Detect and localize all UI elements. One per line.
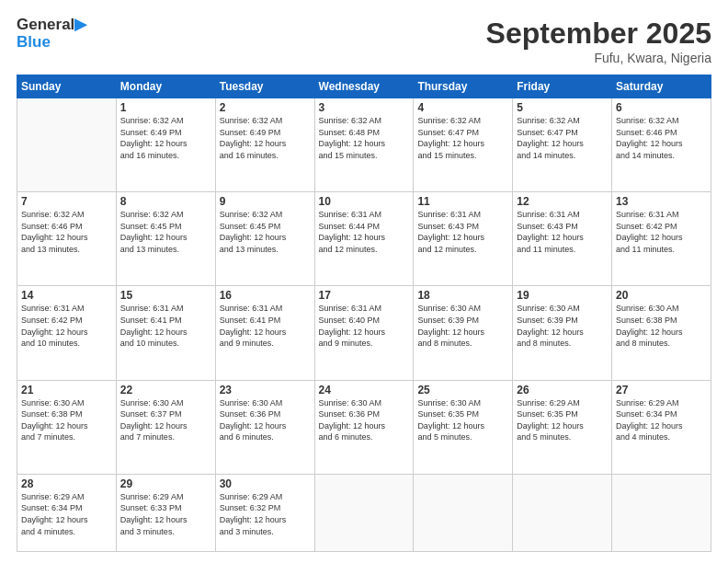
logo-general: General▶: [17, 17, 86, 34]
day-cell: [414, 474, 513, 551]
title-block: September 2025 Fufu, Kwara, Nigeria: [486, 17, 711, 65]
day-cell: [513, 474, 612, 551]
day-cell: 26Sunrise: 6:29 AM Sunset: 6:35 PM Dayli…: [513, 380, 612, 474]
week-row-2: 14Sunrise: 6:31 AM Sunset: 6:42 PM Dayli…: [17, 286, 711, 380]
day-cell: 25Sunrise: 6:30 AM Sunset: 6:35 PM Dayli…: [414, 380, 513, 474]
day-info: Sunrise: 6:30 AM Sunset: 6:39 PM Dayligh…: [517, 303, 608, 349]
day-info: Sunrise: 6:32 AM Sunset: 6:45 PM Dayligh…: [120, 209, 211, 255]
day-number: 21: [21, 384, 112, 396]
day-cell: [17, 98, 117, 192]
day-cell: 7Sunrise: 6:32 AM Sunset: 6:46 PM Daylig…: [17, 192, 117, 286]
day-cell: 12Sunrise: 6:31 AM Sunset: 6:43 PM Dayli…: [513, 192, 612, 286]
day-number: 23: [220, 384, 311, 396]
day-info: Sunrise: 6:32 AM Sunset: 6:48 PM Dayligh…: [319, 115, 410, 161]
day-info: Sunrise: 6:30 AM Sunset: 6:35 PM Dayligh…: [417, 397, 508, 443]
day-number: 14: [21, 289, 112, 302]
week-row-0: 1Sunrise: 6:32 AM Sunset: 6:49 PM Daylig…: [17, 98, 711, 192]
day-info: Sunrise: 6:30 AM Sunset: 6:36 PM Dayligh…: [220, 397, 311, 443]
day-number: 1: [120, 101, 211, 114]
day-cell: 5Sunrise: 6:32 AM Sunset: 6:47 PM Daylig…: [513, 98, 612, 192]
day-cell: 6Sunrise: 6:32 AM Sunset: 6:46 PM Daylig…: [612, 98, 711, 192]
day-info: Sunrise: 6:31 AM Sunset: 6:43 PM Dayligh…: [417, 209, 508, 255]
day-number: 30: [220, 477, 311, 490]
day-cell: 11Sunrise: 6:31 AM Sunset: 6:43 PM Dayli…: [414, 192, 513, 286]
day-info: Sunrise: 6:32 AM Sunset: 6:49 PM Dayligh…: [120, 115, 211, 161]
day-info: Sunrise: 6:32 AM Sunset: 6:47 PM Dayligh…: [517, 115, 608, 161]
day-cell: 10Sunrise: 6:31 AM Sunset: 6:44 PM Dayli…: [314, 192, 414, 286]
day-info: Sunrise: 6:29 AM Sunset: 6:35 PM Dayligh…: [517, 397, 608, 443]
day-cell: [612, 474, 711, 551]
day-cell: 3Sunrise: 6:32 AM Sunset: 6:48 PM Daylig…: [314, 98, 414, 192]
day-number: 17: [319, 289, 410, 302]
day-info: Sunrise: 6:31 AM Sunset: 6:42 PM Dayligh…: [616, 209, 707, 255]
day-number: 2: [220, 101, 311, 114]
col-wednesday: Wednesday: [314, 75, 414, 98]
day-cell: 13Sunrise: 6:31 AM Sunset: 6:42 PM Dayli…: [612, 192, 711, 286]
day-number: 26: [517, 384, 608, 396]
col-sunday: Sunday: [17, 75, 117, 98]
col-friday: Friday: [513, 75, 612, 98]
day-cell: 1Sunrise: 6:32 AM Sunset: 6:49 PM Daylig…: [116, 98, 215, 192]
day-info: Sunrise: 6:29 AM Sunset: 6:34 PM Dayligh…: [616, 397, 707, 443]
day-info: Sunrise: 6:32 AM Sunset: 6:46 PM Dayligh…: [616, 115, 707, 161]
day-number: 8: [120, 195, 211, 208]
logo-blue: Blue: [17, 34, 86, 52]
day-info: Sunrise: 6:29 AM Sunset: 6:33 PM Dayligh…: [120, 491, 211, 537]
day-cell: [314, 474, 414, 551]
day-number: 7: [21, 195, 112, 208]
day-info: Sunrise: 6:32 AM Sunset: 6:46 PM Dayligh…: [21, 209, 112, 255]
day-cell: 23Sunrise: 6:30 AM Sunset: 6:36 PM Dayli…: [215, 380, 314, 474]
day-cell: 20Sunrise: 6:30 AM Sunset: 6:38 PM Dayli…: [612, 286, 711, 380]
day-number: 4: [417, 101, 508, 114]
logo: General▶ Blue: [17, 17, 86, 51]
day-info: Sunrise: 6:32 AM Sunset: 6:45 PM Dayligh…: [220, 209, 311, 255]
calendar-header-row: Sunday Monday Tuesday Wednesday Thursday…: [17, 75, 711, 98]
day-cell: 4Sunrise: 6:32 AM Sunset: 6:47 PM Daylig…: [414, 98, 513, 192]
col-tuesday: Tuesday: [215, 75, 314, 98]
day-cell: 24Sunrise: 6:30 AM Sunset: 6:36 PM Dayli…: [314, 380, 414, 474]
day-info: Sunrise: 6:31 AM Sunset: 6:40 PM Dayligh…: [319, 303, 410, 349]
day-info: Sunrise: 6:32 AM Sunset: 6:49 PM Dayligh…: [220, 115, 311, 161]
day-cell: 14Sunrise: 6:31 AM Sunset: 6:42 PM Dayli…: [17, 286, 117, 380]
day-number: 27: [616, 384, 707, 396]
day-info: Sunrise: 6:31 AM Sunset: 6:42 PM Dayligh…: [21, 303, 112, 349]
day-info: Sunrise: 6:31 AM Sunset: 6:41 PM Dayligh…: [220, 303, 311, 349]
location: Fufu, Kwara, Nigeria: [486, 51, 711, 65]
day-number: 5: [517, 101, 608, 114]
day-info: Sunrise: 6:31 AM Sunset: 6:43 PM Dayligh…: [517, 209, 608, 255]
day-info: Sunrise: 6:30 AM Sunset: 6:38 PM Dayligh…: [616, 303, 707, 349]
day-cell: 16Sunrise: 6:31 AM Sunset: 6:41 PM Dayli…: [215, 286, 314, 380]
calendar-table: Sunday Monday Tuesday Wednesday Thursday…: [17, 75, 711, 552]
day-info: Sunrise: 6:30 AM Sunset: 6:36 PM Dayligh…: [319, 397, 410, 443]
week-row-4: 28Sunrise: 6:29 AM Sunset: 6:34 PM Dayli…: [17, 474, 711, 551]
day-number: 20: [616, 289, 707, 302]
week-row-3: 21Sunrise: 6:30 AM Sunset: 6:38 PM Dayli…: [17, 380, 711, 474]
day-cell: 27Sunrise: 6:29 AM Sunset: 6:34 PM Dayli…: [612, 380, 711, 474]
day-info: Sunrise: 6:31 AM Sunset: 6:44 PM Dayligh…: [319, 209, 410, 255]
month-title: September 2025: [486, 17, 711, 51]
day-info: Sunrise: 6:29 AM Sunset: 6:32 PM Dayligh…: [220, 491, 311, 537]
day-number: 3: [319, 101, 410, 114]
day-number: 12: [517, 195, 608, 208]
day-number: 16: [220, 289, 311, 302]
day-number: 11: [417, 195, 508, 208]
day-info: Sunrise: 6:29 AM Sunset: 6:34 PM Dayligh…: [21, 491, 112, 537]
day-info: Sunrise: 6:32 AM Sunset: 6:47 PM Dayligh…: [417, 115, 508, 161]
day-number: 25: [417, 384, 508, 396]
day-number: 13: [616, 195, 707, 208]
week-row-1: 7Sunrise: 6:32 AM Sunset: 6:46 PM Daylig…: [17, 192, 711, 286]
day-cell: 17Sunrise: 6:31 AM Sunset: 6:40 PM Dayli…: [314, 286, 414, 380]
col-saturday: Saturday: [612, 75, 711, 98]
day-cell: 21Sunrise: 6:30 AM Sunset: 6:38 PM Dayli…: [17, 380, 117, 474]
page: General▶ Blue September 2025 Fufu, Kwara…: [0, 0, 728, 563]
day-cell: 30Sunrise: 6:29 AM Sunset: 6:32 PM Dayli…: [215, 474, 314, 551]
day-number: 10: [319, 195, 410, 208]
day-number: 28: [21, 477, 112, 490]
day-cell: 2Sunrise: 6:32 AM Sunset: 6:49 PM Daylig…: [215, 98, 314, 192]
day-number: 15: [120, 289, 211, 302]
day-cell: 28Sunrise: 6:29 AM Sunset: 6:34 PM Dayli…: [17, 474, 117, 551]
day-cell: 8Sunrise: 6:32 AM Sunset: 6:45 PM Daylig…: [116, 192, 215, 286]
col-monday: Monday: [116, 75, 215, 98]
day-cell: 18Sunrise: 6:30 AM Sunset: 6:39 PM Dayli…: [414, 286, 513, 380]
day-info: Sunrise: 6:30 AM Sunset: 6:38 PM Dayligh…: [21, 397, 112, 443]
